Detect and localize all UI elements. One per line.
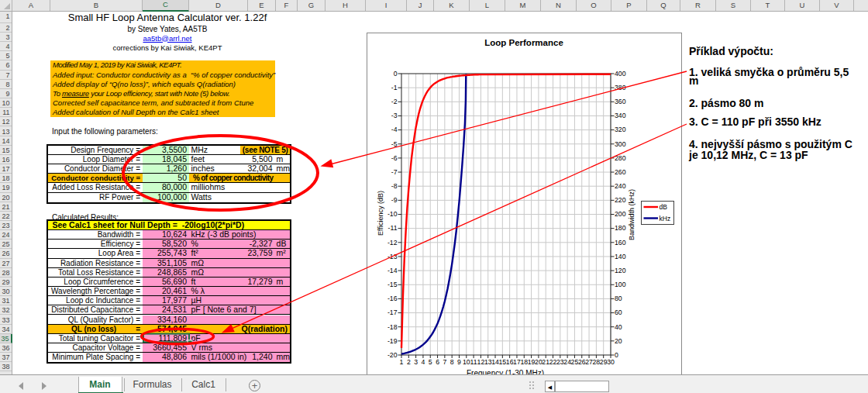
svg-text:25: 25	[571, 358, 579, 366]
svg-text:-12: -12	[388, 239, 398, 246]
svg-text:-8: -8	[391, 182, 398, 190]
svg-text:17: 17	[513, 358, 521, 366]
svg-text:240: 240	[615, 182, 626, 190]
svg-text:Efficiency (dB): Efficiency (dB)	[377, 191, 384, 236]
svg-text:280: 280	[615, 154, 626, 162]
svg-text:0: 0	[394, 70, 398, 78]
svg-text:200: 200	[615, 210, 626, 218]
svg-text:-19: -19	[388, 337, 398, 345]
svg-text:120: 120	[615, 267, 626, 274]
svg-text:80: 80	[615, 295, 622, 302]
svg-text:-11: -11	[388, 224, 398, 232]
svg-text:7: 7	[443, 358, 446, 366]
svg-text:4: 4	[422, 358, 425, 366]
svg-text:19: 19	[528, 358, 536, 366]
svg-text:22: 22	[549, 358, 557, 366]
svg-text:-7: -7	[391, 168, 398, 176]
svg-text:2: 2	[407, 358, 411, 366]
svg-text:-3: -3	[391, 112, 398, 119]
svg-text:-16: -16	[388, 295, 398, 302]
svg-text:100: 100	[615, 281, 626, 288]
svg-text:320: 320	[615, 126, 626, 133]
svg-text:Loop Performance: Loop Performance	[484, 38, 563, 47]
svg-text:-17: -17	[388, 309, 398, 316]
svg-text:0: 0	[615, 351, 618, 359]
svg-text:-10: -10	[388, 210, 398, 218]
svg-text:11: 11	[470, 358, 477, 366]
svg-text:60: 60	[615, 309, 622, 316]
svg-text:-4: -4	[391, 126, 398, 133]
svg-text:-20: -20	[388, 351, 398, 359]
svg-text:18: 18	[520, 358, 528, 366]
svg-text:14: 14	[491, 358, 499, 366]
svg-text:27: 27	[585, 358, 593, 366]
svg-text:5: 5	[429, 358, 432, 366]
svg-text:29: 29	[600, 358, 608, 366]
svg-text:-15: -15	[388, 281, 398, 288]
svg-text:28: 28	[593, 358, 601, 366]
svg-text:16: 16	[506, 358, 514, 366]
svg-text:-2: -2	[391, 98, 398, 105]
svg-text:dB: dB	[660, 203, 668, 211]
svg-text:26: 26	[578, 358, 586, 366]
svg-text:6: 6	[436, 358, 439, 366]
svg-text:kHz: kHz	[660, 215, 671, 222]
svg-text:10: 10	[463, 358, 470, 366]
svg-text:12: 12	[477, 358, 485, 366]
svg-text:-5: -5	[391, 140, 398, 148]
svg-text:-14: -14	[388, 267, 398, 274]
svg-text:15: 15	[499, 358, 507, 366]
svg-text:30: 30	[607, 358, 615, 366]
svg-text:-9: -9	[391, 196, 398, 204]
svg-text:40: 40	[615, 323, 622, 331]
svg-text:400: 400	[615, 70, 626, 78]
svg-text:20: 20	[535, 358, 542, 366]
svg-text:-6: -6	[391, 154, 398, 162]
svg-text:260: 260	[615, 168, 626, 176]
svg-text:Bandwidth (kHz): Bandwidth (kHz)	[628, 189, 636, 240]
svg-text:20: 20	[615, 337, 622, 345]
svg-text:-18: -18	[388, 323, 398, 331]
svg-text:220: 220	[615, 196, 626, 204]
svg-text:-1: -1	[391, 84, 398, 91]
svg-text:-13: -13	[388, 253, 398, 260]
svg-text:160: 160	[615, 239, 626, 246]
svg-text:24: 24	[563, 358, 571, 366]
svg-text:9: 9	[457, 358, 461, 366]
svg-text:340: 340	[615, 112, 626, 119]
svg-text:140: 140	[615, 253, 626, 260]
svg-text:300: 300	[615, 140, 626, 148]
svg-text:1: 1	[400, 358, 404, 366]
svg-text:13: 13	[484, 358, 492, 366]
svg-text:360: 360	[615, 98, 626, 105]
svg-text:180: 180	[615, 224, 626, 232]
svg-text:3: 3	[414, 358, 418, 366]
svg-text:8: 8	[450, 358, 454, 366]
svg-text:23: 23	[556, 358, 564, 366]
svg-text:21: 21	[542, 358, 549, 366]
svg-text:380: 380	[615, 84, 626, 91]
